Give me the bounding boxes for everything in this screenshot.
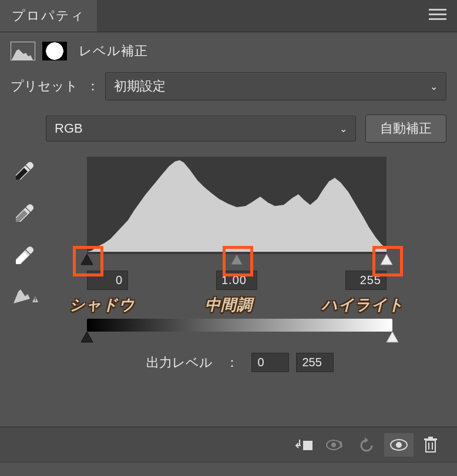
adjustment-title: レベル補正 bbox=[79, 42, 148, 60]
reset-button[interactable] bbox=[352, 433, 382, 457]
mask-icon bbox=[42, 42, 67, 60]
annotation-labels: シャドウ 中間調 ハイライト bbox=[87, 295, 387, 315]
clip-icon bbox=[295, 437, 312, 453]
channel-select[interactable]: RGB ⌄ bbox=[46, 116, 356, 141]
gray-point-eyedropper[interactable] bbox=[14, 202, 36, 224]
annotation-shadow: シャドウ bbox=[69, 295, 135, 315]
svg-point-8 bbox=[331, 443, 336, 447]
output-highlight-handle[interactable] bbox=[385, 330, 399, 343]
chevron-down-icon: ⌄ bbox=[430, 81, 438, 92]
clip-warning-button[interactable] bbox=[14, 287, 39, 308]
undo-icon bbox=[359, 437, 375, 453]
eyedropper-icon bbox=[14, 202, 36, 224]
panel-menu-button[interactable] bbox=[418, 3, 457, 29]
svg-rect-0 bbox=[429, 9, 446, 11]
black-point-eyedropper[interactable] bbox=[14, 160, 36, 182]
output-gradient[interactable] bbox=[87, 319, 392, 332]
preset-select[interactable]: 初期設定 ⌄ bbox=[105, 72, 446, 100]
visibility-toggle-button[interactable] bbox=[384, 433, 414, 457]
eyedropper-icon bbox=[14, 160, 36, 182]
chevron-down-icon: ⌄ bbox=[340, 123, 347, 134]
hamburger-icon bbox=[429, 9, 446, 21]
svg-rect-11 bbox=[426, 440, 435, 452]
annotation-box-shadow bbox=[73, 246, 103, 276]
histogram-area: 0 1.00 255 シャドウ 中間調 ハイライト bbox=[46, 157, 446, 372]
trash-icon bbox=[424, 437, 438, 453]
annotation-box-midtone bbox=[223, 246, 253, 276]
output-high-input[interactable]: 255 bbox=[296, 353, 334, 372]
footer-spacer bbox=[0, 462, 457, 476]
content-area: プリセット ： 初期設定 ⌄ RGB ⌄ 自動補正 bbox=[0, 66, 457, 427]
svg-rect-2 bbox=[429, 18, 446, 20]
output-levels-label: 出力レベル bbox=[146, 354, 213, 372]
histogram-chart bbox=[87, 157, 387, 252]
svg-marker-5 bbox=[87, 160, 387, 252]
svg-point-10 bbox=[396, 442, 402, 448]
adjustment-header: レベル補正 bbox=[0, 32, 457, 66]
eyedropper-icon bbox=[14, 244, 36, 266]
output-levels-row: 出力レベル ： 0 255 bbox=[87, 353, 392, 372]
channel-value: RGB bbox=[55, 121, 83, 136]
svg-rect-13 bbox=[428, 437, 433, 438]
preset-value: 初期設定 bbox=[114, 77, 166, 95]
tab-properties[interactable]: プロパティ bbox=[0, 0, 97, 32]
annotation-box-highlight bbox=[372, 246, 403, 276]
channel-row: RGB ⌄ 自動補正 bbox=[46, 114, 446, 143]
annotation-midtone: 中間調 bbox=[205, 295, 253, 315]
panel-footer bbox=[0, 427, 457, 462]
white-point-eyedropper[interactable] bbox=[14, 244, 36, 266]
clip-to-layer-button[interactable] bbox=[289, 433, 318, 457]
eye-icon bbox=[389, 438, 408, 451]
levels-icon bbox=[11, 42, 35, 60]
eyedropper-tools bbox=[14, 160, 36, 266]
annotation-highlight: ハイライト bbox=[322, 295, 404, 315]
properties-panel: プロパティ レベル補正 プリセット ： 初期設定 ⌄ bbox=[0, 0, 457, 476]
output-levels-area: 出力レベル ： 0 255 bbox=[87, 319, 392, 372]
preset-label: プリセット bbox=[11, 77, 78, 95]
output-low-input[interactable]: 0 bbox=[251, 353, 289, 372]
input-levels-slider[interactable] bbox=[87, 252, 387, 254]
preset-row: プリセット ： 初期設定 ⌄ bbox=[11, 72, 446, 100]
delete-button[interactable] bbox=[416, 433, 445, 457]
toggle-previous-state-button[interactable] bbox=[321, 433, 350, 457]
auto-button[interactable]: 自動補正 bbox=[365, 114, 446, 143]
eye-arrow-icon bbox=[325, 438, 345, 451]
svg-rect-6 bbox=[303, 441, 312, 450]
svg-rect-12 bbox=[424, 438, 437, 440]
svg-rect-4 bbox=[35, 298, 36, 300]
histogram-shape bbox=[87, 157, 387, 252]
tab-bar: プロパティ bbox=[0, 0, 457, 32]
output-shadow-handle[interactable] bbox=[80, 330, 94, 343]
svg-rect-1 bbox=[429, 13, 446, 15]
svg-point-3 bbox=[35, 301, 36, 302]
